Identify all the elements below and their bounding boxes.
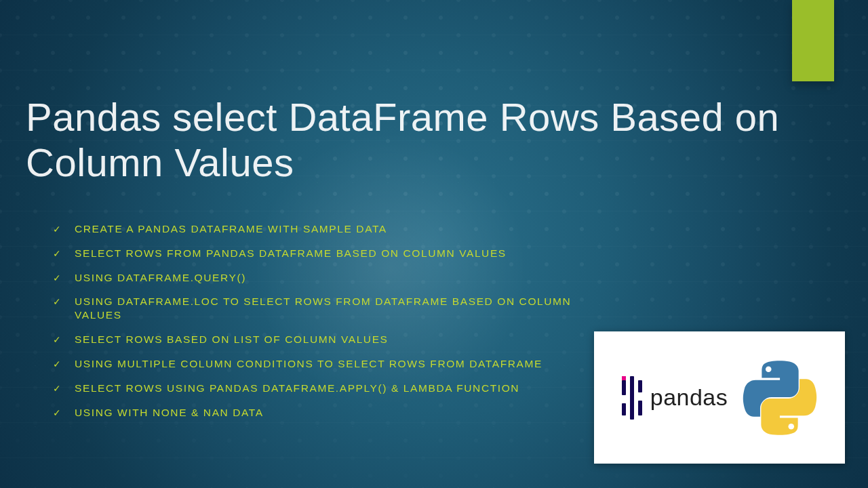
pandas-wordmark: pandas: [650, 384, 728, 411]
checkmark-icon: ✓: [53, 383, 62, 395]
checkmark-icon: ✓: [53, 359, 62, 371]
bullet-item: ✓ SELECT ROWS BASED ON LIST OF COLUMN VA…: [60, 333, 575, 357]
bullet-item: ✓SELECT ROWS USING PANDAS DATAFRAME.APPL…: [60, 382, 575, 406]
bullet-text: USING MULTIPLE COLUMN CONDITIONS TO SELE…: [75, 358, 542, 369]
checkmark-icon: ✓: [53, 272, 62, 285]
bullet-item: ✓CREATE A PANDAS DATAFRAME WITH SAMPLE D…: [60, 222, 575, 247]
bullet-item: ✓USING MULTIPLE COLUMN CONDITIONS TO SEL…: [60, 357, 575, 382]
bullet-text: SELECT ROWS FROM PANDAS DATAFRAME BASED …: [75, 247, 507, 259]
bullet-item: ✓SELECT ROWS FROM PANDAS DATAFRAME BASED…: [60, 247, 575, 271]
bullet-item: ✓USING WITH NONE & NAN DATA: [60, 406, 575, 430]
checkmark-icon: ✓: [53, 224, 62, 236]
bullet-text: SELECT ROWS BASED ON LIST OF COLUMN VALU…: [75, 333, 389, 345]
logo-card: pandas: [594, 331, 845, 464]
bullet-text: USING DATAFRAME.QUERY(): [75, 272, 246, 283]
bullet-item: ✓USING DATAFRAME.QUERY(): [60, 271, 575, 296]
accent-tab: [792, 0, 834, 81]
svg-point-0: [766, 366, 772, 372]
checkmark-icon: ✓: [53, 407, 62, 420]
pandas-bars-icon: [622, 376, 642, 420]
checkmark-icon: ✓: [53, 248, 62, 260]
svg-point-1: [789, 424, 795, 430]
python-logo-icon: [743, 361, 817, 435]
checkmark-icon: ✓: [53, 334, 62, 346]
bullet-text: CREATE A PANDAS DATAFRAME WITH SAMPLE DA…: [75, 223, 387, 235]
bullet-list: ✓CREATE A PANDAS DATAFRAME WITH SAMPLE D…: [60, 222, 575, 430]
bullet-text: USING WITH NONE & NAN DATA: [75, 407, 264, 418]
bullet-text: USING DATAFRAME.LOC TO SELECT ROWS FROM …: [75, 296, 571, 321]
bullet-item: ✓USING DATAFRAME.LOC TO SELECT ROWS FROM…: [60, 295, 575, 333]
slide: Pandas select DataFrame Rows Based on Co…: [0, 0, 868, 488]
checkmark-icon: ✓: [53, 296, 62, 308]
bullet-text: SELECT ROWS USING PANDAS DATAFRAME.APPLY…: [75, 382, 519, 394]
slide-title: Pandas select DataFrame Rows Based on Co…: [26, 95, 827, 185]
pandas-logo-icon: pandas: [622, 376, 728, 420]
